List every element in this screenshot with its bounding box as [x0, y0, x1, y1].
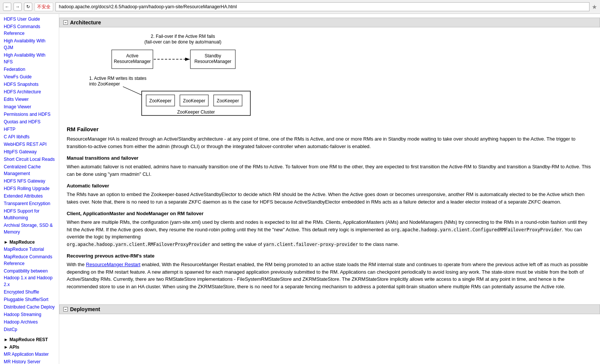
architecture-section-header: – Architecture: [59, 18, 600, 27]
deployment-collapse-icon[interactable]: –: [63, 307, 68, 312]
client-nm-code1: org.apache.hadoop.yarn.client.Configured…: [391, 227, 562, 232]
sidebar-link-ha-nfs[interactable]: High Availability With NFS: [0, 51, 59, 66]
sidebar-link-short-circuit[interactable]: Short Circuit Local Reads: [0, 156, 59, 163]
refresh-button[interactable]: ↻: [24, 3, 32, 11]
sidebar-link-centralized-cache[interactable]: Centralized Cache Management: [0, 163, 59, 177]
manual-transitions-para: When automatic failover is not enabled, …: [67, 163, 593, 178]
rm-failover-heading: RM Failover: [67, 126, 593, 132]
sidebar-link-pluggable-shuffle[interactable]: Pluggable Shuffle/Sort: [0, 296, 59, 303]
client-nm-para: When there are multiple RMs, the configu…: [67, 219, 593, 248]
sidebar-link-transparent-enc[interactable]: Transparent Encryption: [0, 200, 59, 207]
sidebar-link-hadoop-archives[interactable]: Hadoop Archives: [0, 318, 59, 326]
back-button[interactable]: ←: [3, 3, 11, 11]
sidebar-link-image-viewer[interactable]: Image Viewer: [0, 103, 59, 111]
content-area: – Architecture 2. Fail-over if the Activ…: [59, 14, 600, 364]
sidebar-section-mr-rest: ► MapReduce REST: [0, 336, 59, 343]
sidebar-link-mr-app-master[interactable]: MR Application Master: [0, 351, 59, 358]
sidebar-link-multihoming[interactable]: HDFS Support for Multihoming: [0, 207, 59, 222]
automatic-failover-heading: Automatic failover: [67, 183, 593, 189]
sidebar-link-distributed-cache[interactable]: Distributed Cache Deploy: [0, 303, 59, 311]
automatic-failover-para: The RMs have an option to embed the Zook…: [67, 191, 593, 205]
sidebar-link-mr-commands[interactable]: MapReduce Commands Reference: [0, 253, 59, 267]
sidebar-link-nfs-gateway[interactable]: HDFS NFS Gateway: [0, 177, 59, 185]
sidebar-section-apis: ► APIs: [0, 343, 59, 351]
sidebar-link-hdfs-arch[interactable]: HDFS Architecture: [0, 88, 59, 96]
zk-label-1: ZooKeeper: [149, 98, 171, 103]
sidebar-link-federation[interactable]: Federation: [0, 66, 59, 73]
recovering-heading: Recovering prevous active-RM's state: [67, 253, 593, 259]
sidebar-link-permissions[interactable]: Permissions and HDFS: [0, 111, 59, 118]
sidebar-link-snapshots[interactable]: HDFS Snapshots: [0, 81, 59, 88]
content-inner: 2. Fail-over if the Active RM fails (fai…: [59, 31, 600, 301]
sidebar-link-viewfs[interactable]: ViewFs Guide: [0, 73, 59, 81]
address-bar[interactable]: [55, 2, 590, 11]
zk-note-line1: 1. Active RM writes its states: [89, 76, 147, 81]
recovering-para: With the ResourceManger Restart enabled,…: [67, 261, 593, 290]
main-layout: HDFS User Guide HDFS Commands Reference …: [0, 14, 600, 364]
sidebar-link-edits-viewer[interactable]: Edits Viewer: [0, 96, 59, 103]
sidebar-link-distcp[interactable]: DistCp: [0, 326, 59, 333]
standby-rm-label-line1: Standby: [205, 53, 221, 58]
sidebar-link-quotas[interactable]: Quotas and HDFS: [0, 118, 59, 126]
sidebar-link-archival[interactable]: Archival Storage, SSD & Memory: [0, 222, 59, 236]
sidebar-link-extended-attrs[interactable]: Extended Attributes: [0, 192, 59, 200]
sidebar-link-ha-qjm[interactable]: High Availability With QJM: [0, 37, 59, 51]
sidebar-link-mr-tutorial[interactable]: MapReduce Tutorial: [0, 246, 59, 253]
rm-failover-para: ResourceManager HA is realized through a…: [67, 135, 593, 150]
sidebar-link-rolling-upgrade[interactable]: HDFS Rolling Upgrade: [0, 185, 59, 192]
architecture-title: Architecture: [70, 19, 101, 25]
browser-chrome: ← → ↻ 不安全 ★: [0, 0, 600, 14]
client-nm-para3: and setting the value of: [210, 241, 263, 247]
sidebar-link-encrypted-shuffle[interactable]: Encrypted Shuffle: [0, 288, 59, 296]
zk-note-line2: into ZooKeeper: [89, 81, 120, 87]
sidebar-link-mr-history[interactable]: MR History Server: [0, 358, 59, 364]
standby-rm-label-line2: ResourceManager: [195, 59, 232, 64]
client-nm-para4: to the class name.: [358, 241, 399, 247]
sidebar-link-hdfs-commands-ref[interactable]: HDFS Commands Reference: [0, 23, 59, 37]
failover-note-line1: 2. Fail-over if the Active RM fails: [151, 34, 215, 39]
sidebar-link-compat[interactable]: Compatibility between Hadoop 1.x and Had…: [0, 267, 59, 288]
sidebar-link-webhdfs[interactable]: WebHDFS REST API: [0, 141, 59, 148]
active-rm-label-line2: ResourceManager: [114, 59, 151, 64]
sidebar-link-hadoop-streaming[interactable]: Hadoop Streaming: [0, 311, 59, 318]
recovering-para-text: With the ResourceManger Restart enabled,…: [67, 262, 588, 289]
active-rm-label-line1: Active: [126, 53, 139, 58]
deployment-section-header: – Deployment: [59, 304, 600, 314]
client-nm-code3: yarn.client.failover-proxy-provider: [263, 242, 358, 247]
nav-bar: ← → ↻ 不安全 ★: [0, 0, 600, 13]
zk-label-2: ZooKeeper: [183, 98, 205, 103]
sidebar-section-mapreduce: ► MapReduce: [0, 238, 59, 246]
sidebar-link-c-api[interactable]: C API libhdfs: [0, 133, 59, 141]
zk-cluster-label: ZooKeeper Cluster: [177, 109, 215, 115]
diagram-svg: 2. Fail-over if the Active RM fails (fai…: [85, 31, 280, 117]
forward-button[interactable]: →: [13, 3, 22, 11]
architecture-diagram: 2. Fail-over if the Active RM fails (fai…: [85, 31, 593, 118]
zk-label-3: ZooKeeper: [217, 98, 239, 103]
sidebar: HDFS User Guide HDFS Commands Reference …: [0, 14, 59, 364]
failover-note-line2: (fail-over can be done by auto/manual): [144, 39, 221, 45]
client-nm-heading: Client, ApplicationMaster and NodeManage…: [67, 211, 593, 216]
sidebar-link-hdfs-user-guide[interactable]: HDFS User Guide: [0, 15, 59, 23]
sidebar-link-httpfs[interactable]: HttpFS Gateway: [0, 148, 59, 156]
resource-manager-restart-link[interactable]: ResourceManger Restart: [86, 262, 140, 267]
security-badge: 不安全: [34, 3, 53, 11]
client-nm-code2: org.apache.hadoop.yarn.client.RMFailover…: [67, 242, 210, 247]
sidebar-link-hftp[interactable]: HFTP: [0, 126, 59, 133]
manual-transitions-heading: Manual transitions and failover: [67, 155, 593, 161]
collapse-icon[interactable]: –: [63, 20, 68, 25]
bookmark-icon[interactable]: ★: [592, 3, 597, 10]
deployment-title: Deployment: [70, 306, 100, 312]
